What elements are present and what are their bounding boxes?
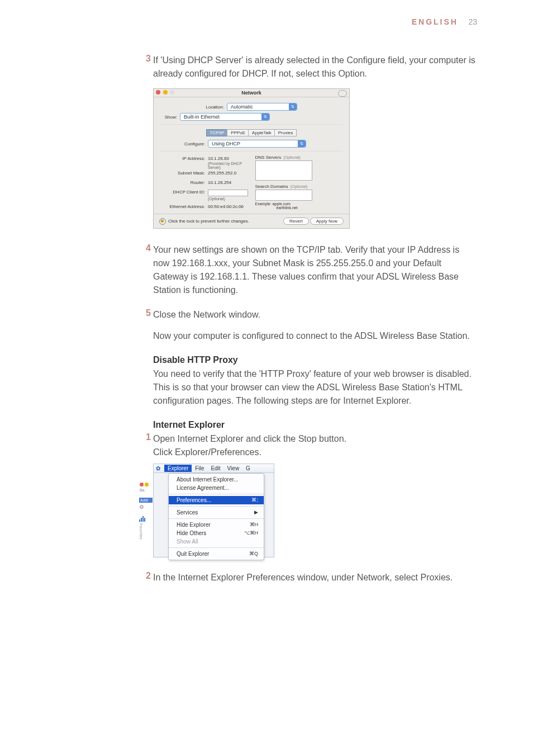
ie-step-2-text: In the Internet Explorer Preferences win… xyxy=(153,571,477,584)
menu-license[interactable]: License Agreement... xyxy=(169,484,264,492)
ie-step-1-line1: Open Internet Explorer and click the Sto… xyxy=(153,432,477,446)
explorer-dropdown: About Internet Explorer... License Agree… xyxy=(168,473,264,560)
ip-value: 10.1.28.83 xyxy=(208,156,229,161)
tab-appletalk[interactable]: AppleTalk xyxy=(248,129,275,136)
subnet-value: 255.255.252.0 xyxy=(208,171,236,176)
subnet-label: Subnet Mask: xyxy=(160,171,208,176)
menu-hide-explorer[interactable]: Hide Explorer⌘H xyxy=(169,521,264,529)
ie-step-2-number: 2 xyxy=(140,571,153,584)
lock-text: Click the lock to prevent further change… xyxy=(168,219,249,224)
domains-label: Search Domains xyxy=(255,184,288,189)
revert-button[interactable]: Revert xyxy=(283,218,309,225)
chevron-updown-icon xyxy=(261,114,269,120)
menu-file[interactable]: File xyxy=(192,465,207,472)
window-titlebar: Network xyxy=(154,89,349,97)
tabs: TCP/IPPPPoEAppleTalkProxies xyxy=(160,129,342,136)
dns-input[interactable] xyxy=(255,160,312,181)
example-label: Example: xyxy=(255,202,272,206)
menu-quit[interactable]: Quit Explorer⌘Q xyxy=(169,550,264,558)
menu-services[interactable]: Services▶ xyxy=(169,508,264,517)
router-value: 10.1.28.254 xyxy=(208,180,231,185)
proxy-title: Disable HTTP Proxy xyxy=(153,355,477,365)
toolbar-toggle-icon[interactable] xyxy=(338,90,347,97)
tab-tcpip[interactable]: TCP/IP xyxy=(206,129,229,136)
step-5-number: 5 xyxy=(140,308,153,322)
address-tab[interactable]: Addr xyxy=(139,498,153,503)
step-5-text: Close the Network window. xyxy=(153,308,477,322)
step-3-number: 3 xyxy=(140,54,153,81)
bars-icon xyxy=(139,516,147,521)
configure-select[interactable]: Using DHCP xyxy=(208,140,306,148)
close-icon[interactable] xyxy=(140,483,144,486)
menu-g[interactable]: G xyxy=(242,465,254,472)
chevron-updown-icon xyxy=(289,103,297,110)
ie-title: Internet Explorer xyxy=(153,420,477,430)
step-4-number: 4 xyxy=(140,243,153,297)
menu-hide-others[interactable]: Hide Others⌥⌘H xyxy=(169,529,264,537)
apply-now-button[interactable]: Apply Now xyxy=(310,218,344,225)
example-value-1: apple.com xyxy=(273,202,291,206)
location-select[interactable]: Automatic xyxy=(227,103,297,111)
dhcp-note: (Optional) xyxy=(208,197,255,201)
dhcp-client-input[interactable] xyxy=(208,190,248,196)
menu-preferences[interactable]: Preferences...⌘; xyxy=(169,496,264,504)
configure-label: Configure: xyxy=(160,141,208,147)
example-value-2: earthlink.net xyxy=(277,206,298,210)
show-select[interactable]: Built-in Ethernet xyxy=(180,113,270,121)
lock-icon[interactable] xyxy=(159,218,166,225)
router-label: Router: xyxy=(160,180,208,185)
step-4-text: Your new settings are shown on the TCP/I… xyxy=(153,243,477,297)
dns-label: DNS Servers xyxy=(255,155,282,160)
ie-step-1-number: 1 xyxy=(140,432,153,459)
ethernet-label: Ethernet Address: xyxy=(160,204,208,209)
close-icon[interactable] xyxy=(156,90,160,94)
apple-logo-icon[interactable]: ✿ xyxy=(156,465,162,471)
dns-optional: (Optional) xyxy=(283,155,301,159)
step-3-text: If 'Using DHCP Server' is already select… xyxy=(153,54,477,81)
minimize-icon[interactable] xyxy=(145,483,149,486)
gear-icon[interactable]: ⚙ xyxy=(139,504,144,510)
ie-step-1-line2: Click Explorer/Preferences. xyxy=(153,446,477,459)
domains-input[interactable] xyxy=(255,190,312,201)
menu-edit[interactable]: Edit xyxy=(207,465,223,472)
window-title: Network xyxy=(241,90,261,96)
show-label: Show: xyxy=(160,115,180,120)
ethernet-value: 00:50:e4:00:2c:06 xyxy=(208,204,244,209)
page-number: 23 xyxy=(468,17,477,26)
menu-explorer[interactable]: Explorer xyxy=(164,465,192,472)
explorer-menu-screenshot: ✿ Explorer File Edit View G Ba Addr ⚙ xyxy=(153,464,274,557)
menu-about[interactable]: About Internet Explorer... xyxy=(169,475,264,484)
ip-label: IP Address: xyxy=(160,156,208,161)
zoom-icon[interactable] xyxy=(170,90,174,94)
location-label: Location: xyxy=(206,105,226,110)
step-5-followup: Now your computer is configured to conne… xyxy=(153,329,477,343)
favorites-tab[interactable]: Favorites xyxy=(139,523,143,540)
menu-view[interactable]: View xyxy=(224,465,243,472)
proxy-body: You need to verify that the 'HTTP Proxy'… xyxy=(153,367,477,408)
tab-pppoe[interactable]: PPPoE xyxy=(227,129,249,136)
domains-optional: (Optional) xyxy=(291,185,308,188)
tab-proxies[interactable]: Proxies xyxy=(274,129,297,136)
minimize-icon[interactable] xyxy=(163,90,168,94)
network-window: Network Location: Automatic Show: Built-… xyxy=(153,88,350,229)
language-label: ENGLISH xyxy=(412,17,458,26)
menu-show-all: Show All xyxy=(169,537,264,546)
chevron-updown-icon xyxy=(298,140,306,147)
chevron-right-icon: ▶ xyxy=(254,509,258,516)
back-tab: Ba xyxy=(140,488,153,492)
dhcp-client-label: DHCP Client ID: xyxy=(160,190,208,196)
ip-note: (Provided by DHCP Server) xyxy=(208,162,255,169)
